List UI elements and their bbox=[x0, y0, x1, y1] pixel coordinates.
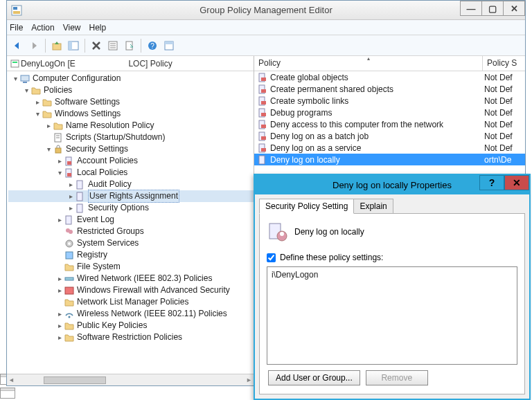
svg-point-57 bbox=[280, 232, 284, 236]
expand-icon[interactable]: ▸ bbox=[55, 284, 64, 296]
maximize-button[interactable]: ▢ bbox=[481, 1, 504, 16]
policy-name-cell: Create symbolic links bbox=[270, 96, 348, 106]
collapse-icon[interactable]: ▾ bbox=[22, 84, 30, 96]
help-button[interactable]: ? bbox=[145, 38, 160, 53]
svg-rect-24 bbox=[67, 161, 71, 165]
tree-node-srp[interactable]: ▸Software Restriction Policies bbox=[8, 331, 254, 343]
wireless-icon bbox=[64, 309, 75, 320]
tree-node-filesystem[interactable]: File System bbox=[8, 261, 254, 273]
policy-folder-icon bbox=[64, 167, 75, 179]
expand-icon[interactable]: ▸ bbox=[55, 331, 64, 343]
expand-icon[interactable]: ▸ bbox=[66, 190, 75, 202]
menu-action[interactable]: Action bbox=[31, 23, 54, 33]
tree-node-wired[interactable]: ▸Wired Network (IEEE 802.3) Policies bbox=[8, 273, 254, 284]
policy-name-cell: Create permanent shared objects bbox=[270, 84, 393, 94]
tree-node-policies[interactable]: ▾Policies bbox=[8, 84, 254, 96]
list-row[interactable]: Deny access to this computer from the ne… bbox=[254, 118, 525, 130]
up-button[interactable] bbox=[49, 38, 64, 53]
tree-node-windows[interactable]: ▾Windows Settings bbox=[8, 108, 254, 120]
tree-node-scripts[interactable]: Scripts (Startup/Shutdown) bbox=[8, 131, 254, 143]
collapse-icon[interactable]: ▾ bbox=[33, 108, 42, 120]
group-icon bbox=[64, 226, 75, 237]
properties-button[interactable] bbox=[105, 38, 121, 53]
tree-node-computer-config[interactable]: ▾Computer Configuration bbox=[8, 73, 254, 84]
svg-rect-28 bbox=[77, 192, 82, 201]
list-row[interactable]: Deny log on as a batch jobNot Def bbox=[254, 130, 525, 142]
tree-node-restricted[interactable]: Restricted Groups bbox=[8, 226, 254, 237]
expand-icon[interactable]: ▸ bbox=[66, 179, 75, 190]
expand-icon[interactable]: ▸ bbox=[55, 155, 64, 167]
expand-icon[interactable]: ▸ bbox=[66, 202, 75, 214]
policy-header: Deny log on locally bbox=[267, 221, 517, 243]
show-tree-button[interactable] bbox=[66, 38, 81, 53]
menu-help[interactable]: Help bbox=[89, 23, 107, 33]
tree-node-security[interactable]: ▾Security Settings bbox=[8, 143, 254, 155]
list-row[interactable]: Create symbolic linksNot Def bbox=[254, 95, 525, 107]
list-row[interactable]: Debug programsNot Def bbox=[254, 107, 525, 118]
list-row[interactable]: Deny log on locallyortn\De bbox=[254, 154, 525, 165]
expand-icon[interactable]: ▸ bbox=[33, 96, 42, 108]
dialog-help-button[interactable]: ? bbox=[479, 175, 504, 190]
define-checkbox[interactable] bbox=[267, 253, 276, 262]
tree-node-nrp[interactable]: ▸Name Resolution Policy bbox=[8, 120, 254, 131]
tab-explain[interactable]: Explain bbox=[353, 199, 393, 214]
collapse-icon[interactable]: ▾ bbox=[55, 167, 64, 179]
tree-node-eventlog[interactable]: ▸Event Log bbox=[8, 214, 254, 226]
list-row[interactable]: Deny log on as a serviceNot Def bbox=[254, 142, 525, 154]
toolbar-separator bbox=[141, 39, 141, 53]
list-entry[interactable]: i\DenyLogon bbox=[272, 270, 513, 280]
tree-node-software[interactable]: ▸Software Settings bbox=[8, 96, 254, 108]
tab-security-setting[interactable]: Security Policy Setting bbox=[259, 199, 354, 214]
expand-icon[interactable]: ▸ bbox=[44, 120, 53, 131]
titlebar[interactable]: Group Policy Management Editor — ▢ ✕ bbox=[7, 1, 525, 20]
collapse-icon[interactable]: ▾ bbox=[44, 143, 53, 155]
menu-view[interactable]: View bbox=[63, 23, 81, 33]
tree-node-pkp[interactable]: ▸Public Key Policies bbox=[8, 320, 254, 331]
tree-body[interactable]: ▾Computer Configuration ▾Policies ▸Softw… bbox=[7, 71, 254, 374]
tree-hscroll[interactable]: ◄ ► bbox=[7, 374, 254, 385]
policy-name-cell: Deny log on as a batch job bbox=[270, 131, 369, 141]
delete-button[interactable] bbox=[89, 38, 104, 53]
col-policy[interactable]: Policy ▴ bbox=[254, 56, 483, 71]
refresh-button[interactable] bbox=[161, 38, 177, 53]
tree-node-secopt[interactable]: ▸Security Options bbox=[8, 202, 254, 214]
policy-item-icon bbox=[257, 119, 268, 130]
list-row[interactable]: Create permanent shared objectsNot Def bbox=[254, 83, 525, 95]
tree-node-local[interactable]: ▾Local Policies bbox=[8, 167, 254, 179]
tree-node-registry[interactable]: Registry bbox=[8, 249, 254, 261]
scroll-left-icon[interactable]: ◄ bbox=[8, 376, 15, 383]
minimize-button[interactable]: — bbox=[460, 1, 482, 16]
svg-rect-16 bbox=[12, 62, 17, 63]
expand-icon[interactable]: ▸ bbox=[55, 308, 64, 320]
tree-node-nlm[interactable]: Network List Manager Policies bbox=[8, 296, 254, 308]
forward-button[interactable] bbox=[26, 38, 42, 53]
folder-icon bbox=[64, 320, 75, 331]
tree-node-ura[interactable]: ▸User Rights Assignment bbox=[8, 190, 254, 202]
dialog-titlebar[interactable]: Deny log on locally Properties ? ✕ bbox=[255, 175, 529, 194]
scroll-thumb[interactable] bbox=[44, 376, 106, 384]
back-button[interactable] bbox=[10, 38, 25, 53]
list-row[interactable]: Create global objectsNot Def bbox=[254, 71, 525, 83]
tree-node-wireless[interactable]: ▸Wireless Network (IEEE 802.11) Policies bbox=[8, 308, 254, 320]
scroll-right-icon[interactable]: ► bbox=[246, 376, 252, 383]
collapse-icon[interactable]: ▾ bbox=[11, 73, 19, 84]
add-user-button[interactable]: Add User or Group... bbox=[268, 370, 360, 385]
col-setting[interactable]: Policy S bbox=[483, 56, 525, 71]
menu-file[interactable]: File bbox=[10, 23, 23, 33]
tree-header[interactable]: DenyLogOn [E LOC] Policy bbox=[7, 56, 254, 71]
tree-node-audit[interactable]: ▸Audit Policy bbox=[8, 179, 254, 190]
remove-button[interactable]: Remove bbox=[366, 370, 428, 385]
toolbar-separator bbox=[45, 39, 46, 53]
tree-node-wfw[interactable]: ▸Windows Firewall with Advanced Security bbox=[8, 284, 254, 296]
expand-icon[interactable]: ▸ bbox=[55, 273, 64, 284]
export-button[interactable] bbox=[122, 38, 137, 53]
dialog-close-button[interactable]: ✕ bbox=[504, 175, 529, 190]
expand-icon[interactable]: ▸ bbox=[55, 214, 64, 226]
expand-icon[interactable]: ▸ bbox=[55, 320, 64, 331]
policy-item-icon bbox=[257, 84, 268, 95]
tree-node-sysservices[interactable]: System Services bbox=[8, 237, 254, 249]
users-listbox[interactable]: i\DenyLogon bbox=[267, 266, 517, 365]
define-checkbox-row[interactable]: Define these policy settings: bbox=[267, 253, 517, 262]
tree-node-account[interactable]: ▸Account Policies bbox=[8, 155, 254, 167]
close-button[interactable]: ✕ bbox=[503, 1, 525, 16]
